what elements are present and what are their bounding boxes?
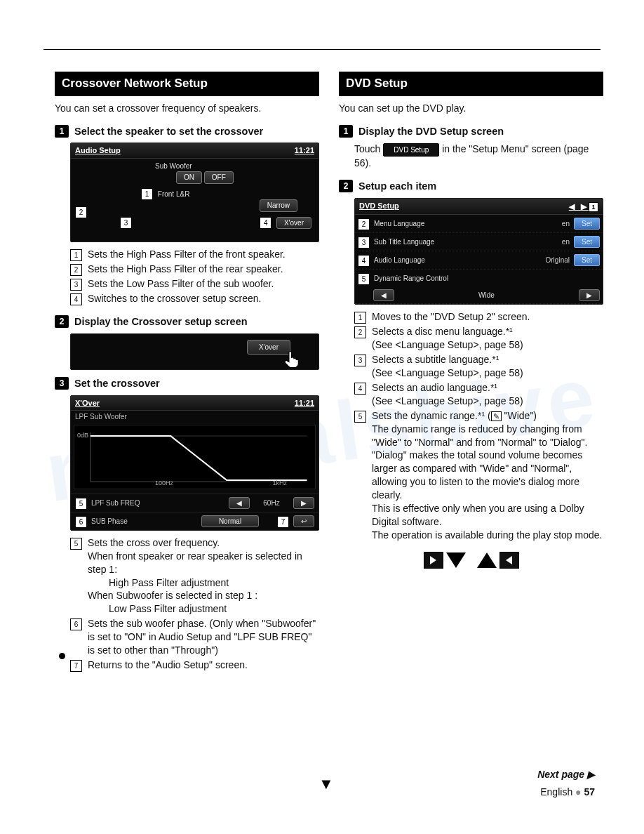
callout-7: Returns to the "Audio Setup" screen. — [88, 658, 319, 672]
dvd-setup-screenshot: DVD Setup ◀ ▶ 1 2 Menu Language en Set 3… — [354, 198, 603, 305]
drc-value: Wide — [398, 291, 575, 300]
graph-1khz: 1kHz — [272, 479, 287, 487]
callout-num-7: 7 — [70, 660, 82, 672]
subtitle-lang-set-button[interactable]: Set — [574, 236, 600, 249]
subtitle-lang-value: en — [542, 237, 570, 247]
two-column-layout: Crossover Network Setup You can set a cr… — [55, 72, 603, 682]
dvd-intro: You can set up the DVD play. — [339, 102, 603, 115]
callout-num-2: 2 — [70, 264, 82, 276]
triangle-down-icon — [446, 552, 466, 568]
ss-time: 11:21 — [295, 145, 314, 156]
dvd-c5: Sets the dynamic range.*¹ (✎ "Wide") The… — [372, 409, 603, 542]
freq-right-button[interactable]: ▶ — [293, 497, 314, 510]
step-1-header: 1 Select the speaker to set the crossove… — [55, 125, 319, 139]
margin-dot — [59, 653, 65, 659]
callout-num-1: 1 — [70, 249, 82, 261]
dvd-step-1-header: 1 Display the DVD Setup screen — [339, 125, 603, 139]
menu-lang-set-button[interactable]: Set — [574, 218, 600, 230]
header-rule — [43, 49, 601, 50]
subwoofer-off-button[interactable]: OFF — [204, 171, 234, 184]
dvd-c2: Selects a disc menu language.*¹ (See <La… — [372, 325, 603, 352]
play-right-icon — [424, 552, 443, 569]
dvd-c4: Selects an audio language.*¹ (See <Langu… — [372, 381, 603, 408]
dvd-step-2-title: Setup each item — [358, 180, 436, 194]
xover-button-screenshot: X'over — [70, 333, 319, 370]
dvd-cn-4: 4 — [354, 383, 366, 395]
callout-num-3: 3 — [70, 279, 82, 291]
menu-lang-label: Menu Language — [374, 219, 537, 229]
step-2-header: 2 Display the Crossover setup screen — [55, 315, 319, 329]
narrow-button[interactable]: Narrow — [260, 199, 297, 212]
dvd-ss-nav: ◀ ▶ 1 — [569, 201, 598, 212]
xover-button[interactable]: X'over — [276, 217, 311, 230]
callout-5: Sets the cross over frequency. When fron… — [88, 536, 319, 616]
step-badge-1: 1 — [55, 125, 69, 138]
dvd-cn-1: 1 — [354, 312, 366, 324]
drc-left-button[interactable]: ◀ — [373, 289, 394, 302]
callout-num-4: 4 — [70, 293, 82, 305]
nav-arrows — [339, 552, 603, 569]
step-1-title: Select the speaker to set the crossover — [74, 125, 263, 139]
callout-6: Sets the sub woofer phase. (Only when "S… — [88, 617, 319, 657]
pencil-icon: ✎ — [491, 411, 502, 421]
dvd-step-badge-2: 2 — [339, 180, 353, 192]
section-title-dvd: DVD Setup — [339, 72, 603, 96]
page-number: 57 — [584, 786, 595, 797]
return-button[interactable]: ↩ — [293, 515, 314, 528]
section-title-crossover: Crossover Network Setup — [55, 72, 319, 96]
callout-1: Sets the High Pass Filter of the front s… — [88, 248, 319, 261]
sub-phase-value[interactable]: Normal — [201, 515, 259, 528]
step-badge-2: 2 — [55, 315, 69, 328]
dvd-cn-5: 5 — [354, 411, 366, 423]
callout-num-5: 5 — [70, 538, 82, 550]
dvd-setup-chip[interactable]: DVD Setup — [383, 143, 439, 157]
dvd-step-badge-1: 1 — [339, 125, 353, 138]
step-3-title: Set the crossover — [74, 377, 160, 391]
ss-subwoofer-label: Sub Woofer — [155, 161, 192, 171]
subtitle-lang-label: Sub Title Language — [374, 237, 537, 247]
step1-callouts: 1Sets the High Pass Filter of the front … — [70, 248, 319, 305]
freq-left-button[interactable]: ◀ — [229, 497, 250, 510]
dvd-ss-title: DVD Setup — [359, 201, 399, 212]
left-column: Crossover Network Setup You can set a cr… — [55, 72, 319, 682]
drc-label: Dynamic Range Control — [374, 274, 600, 284]
callout-3: Sets the Low Pass Filter of the sub woof… — [88, 277, 319, 291]
drc-right-button[interactable]: ▶ — [579, 289, 600, 302]
next-page-label: Next page ▶ — [537, 768, 595, 781]
page-footer: Next page ▶ English ● 57 — [537, 768, 595, 799]
graph-100hz: 100Hz — [155, 479, 173, 487]
xover-ss-title: X'Over — [75, 398, 100, 409]
dvd-callouts: 1Moves to the "DVD Setup 2" screen. 2 Se… — [354, 310, 603, 541]
xover-graph: 0dB 100Hz 1kHz — [74, 425, 316, 489]
subwoofer-on-button[interactable]: ON — [176, 171, 202, 184]
dvd-cn-2: 2 — [354, 326, 366, 338]
audio-setup-screenshot: Audio Setup 11:21 Sub Woofer ON OFF 1 Fr… — [70, 143, 319, 242]
step-badge-3: 3 — [55, 377, 69, 390]
footer-language: English — [540, 786, 572, 797]
lpf-sub-freq-label: LPF Sub FREQ — [91, 498, 224, 508]
step-3-header: 3 Set the crossover — [55, 377, 319, 391]
step-2-title: Display the Crossover setup screen — [74, 315, 248, 329]
callout-2: Sets the High Pass Filter of the rear sp… — [88, 263, 319, 276]
audio-lang-value: Original — [535, 256, 570, 265]
ss-title: Audio Setup — [75, 145, 121, 156]
dvd-cn-3: 3 — [354, 355, 366, 366]
callout-num-6: 6 — [70, 618, 82, 630]
dvd-c1: Moves to the "DVD Setup 2" screen. — [372, 310, 603, 324]
lpf-label: LPF Sub Woofer — [71, 411, 318, 422]
audio-lang-set-button[interactable]: Set — [574, 254, 600, 267]
manual-page: manualshive Crossover Network Setup You … — [0, 0, 644, 834]
dvd-step1-body: Touch DVD Setup in the "Setup Menu" scre… — [354, 143, 603, 170]
front-lr-label: Front L&R — [158, 190, 190, 198]
audio-lang-label: Audio Language — [374, 256, 530, 265]
step3-callouts: 5 Sets the cross over frequency. When fr… — [70, 536, 319, 672]
freq-value: 60Hz — [254, 498, 289, 508]
dvd-step-2-header: 2 Setup each item — [339, 180, 603, 194]
xover-screenshot: X'Over 11:21 LPF Sub Woofer 0dB 100Hz 1k… — [70, 395, 319, 531]
pointer-hand-icon — [282, 350, 302, 369]
play-left-icon — [499, 552, 519, 569]
sub-phase-label: SUB Phase — [91, 517, 197, 527]
triangle-up-icon — [477, 552, 497, 568]
graph-0db: 0dB — [77, 431, 88, 439]
menu-lang-value: en — [542, 219, 570, 229]
